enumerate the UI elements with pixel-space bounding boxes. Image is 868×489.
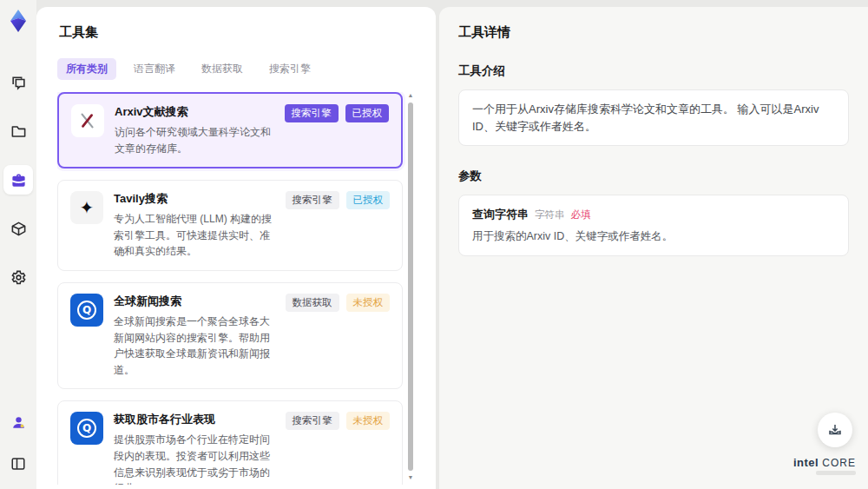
arxiv-logo-icon <box>71 104 104 137</box>
tool-list: Arxiv文献搜索 访问各个研究领域大量科学论文和文章的存储库。 搜索引擎 已授… <box>57 92 415 485</box>
tool-card-global-news[interactable]: Q 全球新闻搜索 全球新闻搜索是一个聚合全球各大新闻网站内容的搜索引擎。帮助用户… <box>57 282 403 389</box>
category-tabs: 所有类别 语言翻译 数据获取 搜索引擎 <box>57 58 415 80</box>
auth-badge: 已授权 <box>346 191 391 209</box>
tool-detail-panel: 工具详情 工具介绍 一个用于从Arxiv存储库搜索科学论文和文章的工具。 输入可… <box>439 7 868 489</box>
detail-title: 工具详情 <box>458 24 849 41</box>
brand-subtext <box>816 471 856 475</box>
list-scrollbar[interactable]: ▲ ▼ <box>406 92 415 485</box>
category-badge: 搜索引擎 <box>286 412 339 430</box>
category-badge: 搜索引擎 <box>285 104 339 122</box>
tool-desc: 访问各个研究领域大量科学论文和文章的存储库。 <box>115 124 274 156</box>
tool-name: Arxiv文献搜索 <box>115 104 274 120</box>
nav-settings-icon[interactable] <box>3 262 33 292</box>
tavily-star-icon: ✦ <box>70 191 103 224</box>
tool-card-arxiv[interactable]: Arxiv文献搜索 访问各个研究领域大量科学论文和文章的存储库。 搜索引擎 已授… <box>57 92 403 169</box>
auth-badge: 未授权 <box>346 412 391 430</box>
news-search-icon: Q <box>70 294 103 327</box>
scroll-down-icon[interactable]: ▼ <box>407 474 414 481</box>
param-name: 查询字符串 <box>472 207 529 222</box>
params-heading: 参数 <box>458 169 849 184</box>
tool-name: Tavily搜索 <box>114 191 275 207</box>
news-search-icon: Q <box>70 412 103 445</box>
param-type: 字符串 <box>535 208 565 221</box>
category-badge: 数据获取 <box>286 294 339 312</box>
brand-intel: intel <box>793 456 819 469</box>
nav-chat-icon[interactable] <box>3 68 33 97</box>
tab-language-translation[interactable]: 语言翻译 <box>125 58 184 80</box>
left-sidebar <box>0 0 36 489</box>
tool-name: 全球新闻搜索 <box>114 294 275 309</box>
brand-core: core <box>822 457 856 469</box>
intro-heading: 工具介绍 <box>458 63 849 79</box>
scroll-up-icon[interactable]: ▲ <box>407 92 414 99</box>
tool-desc: 提供股票市场各个行业在特定时间段内的表现。投资者可以利用这些信息来识别表现优于或… <box>114 432 275 485</box>
user-avatar-icon[interactable] <box>3 407 33 437</box>
tool-desc: 专为人工智能代理 (LLM) 构建的搜索引擎工具。可快速提供实时、准确和真实的结… <box>114 211 275 260</box>
category-badge: 搜索引擎 <box>286 191 339 209</box>
nav-folder-icon[interactable] <box>3 116 33 146</box>
tool-desc: 全球新闻搜索是一个聚合全球各大新闻网站内容的搜索引擎。帮助用户快速获取全球最新资… <box>114 314 275 378</box>
page-title: 工具集 <box>59 24 415 41</box>
auth-badge: 未授权 <box>346 294 391 312</box>
scrollbar-thumb[interactable] <box>408 102 413 471</box>
param-required-label: 必填 <box>571 208 591 221</box>
tool-card-sector-performance[interactable]: Q 获取股市各行业表现 提供股票市场各个行业在特定时间段内的表现。投资者可以利用… <box>57 400 403 485</box>
param-desc: 用于搜索的Arxiv ID、关键字或作者姓名。 <box>472 229 835 244</box>
tab-search-engine[interactable]: 搜索引擎 <box>260 58 319 80</box>
tool-name: 获取股市各行业表现 <box>114 412 275 427</box>
app-logo[interactable] <box>7 9 30 33</box>
tab-all-categories[interactable]: 所有类别 <box>57 58 116 80</box>
tab-data-acquisition[interactable]: 数据获取 <box>193 58 252 80</box>
intel-core-logo: intel core <box>793 456 856 475</box>
param-card: 查询字符串 字符串 必填 用于搜索的Arxiv ID、关键字或作者姓名。 <box>458 195 849 256</box>
intro-text: 一个用于从Arxiv存储库搜索科学论文和文章的工具。 输入可以是Arxiv ID… <box>458 89 849 146</box>
download-icon <box>827 422 843 438</box>
nav-package-icon[interactable] <box>3 214 33 243</box>
download-button[interactable] <box>818 413 852 447</box>
nav-tools-icon[interactable] <box>3 165 33 195</box>
collapse-sidebar-icon[interactable] <box>3 449 33 479</box>
tool-list-panel: 工具集 所有类别 语言翻译 数据获取 搜索引擎 Arxiv文献搜索 访问各个研究… <box>36 7 436 489</box>
auth-badge: 已授权 <box>345 104 390 122</box>
tool-card-tavily[interactable]: ✦ Tavily搜索 专为人工智能代理 (LLM) 构建的搜索引擎工具。可快速提… <box>57 180 403 271</box>
